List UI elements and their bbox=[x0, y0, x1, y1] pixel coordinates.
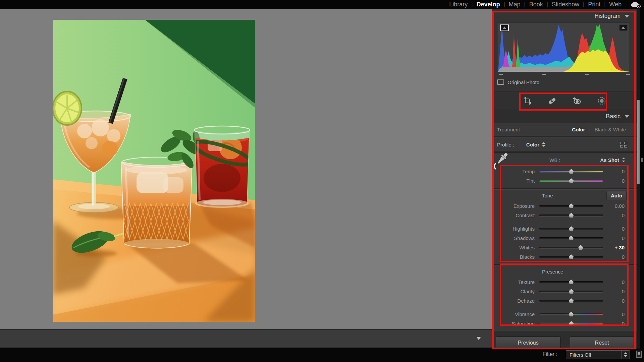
treatment-separator: | bbox=[585, 126, 594, 132]
slider-track-highlights[interactable] bbox=[539, 226, 603, 231]
slider-track-blacks[interactable] bbox=[539, 254, 603, 259]
treatment-color-option[interactable]: Color bbox=[572, 127, 585, 132]
slider-track-temp[interactable] bbox=[539, 169, 603, 174]
presence-heading: Presence bbox=[542, 269, 563, 275]
slider-track-vibrance[interactable] bbox=[539, 311, 603, 317]
shadow-clipping-toggle[interactable] bbox=[500, 24, 509, 31]
presence-sliders-vibrance: Vibrance0Saturation0 bbox=[492, 309, 637, 328]
panel-scrollbar-thumb[interactable] bbox=[637, 100, 640, 184]
panel-scrollbar[interactable] bbox=[637, 9, 640, 349]
histogram-title: Histogram bbox=[595, 13, 621, 19]
treatment-bw-option[interactable]: Black & White bbox=[595, 127, 637, 132]
histogram-panel: Histogram Original Photo bbox=[492, 9, 637, 92]
slider-track-shadows[interactable] bbox=[539, 235, 603, 241]
profile-row: Profile : Color bbox=[492, 137, 637, 152]
slider-label: Tint bbox=[492, 178, 539, 184]
treatment-row: Treatment : Color | Black & White bbox=[492, 123, 637, 136]
slider-track-whites[interactable] bbox=[539, 245, 603, 250]
histogram-ticks bbox=[498, 72, 630, 77]
red-eye-correction-icon[interactable] bbox=[571, 95, 583, 107]
tone-sliders-hswb: Highlights0Shadows0Whites+ 30Blacks0 bbox=[492, 224, 637, 261]
filmstrip-filter-switch-icon[interactable] bbox=[636, 351, 642, 358]
module-picker-bar: Library|Develop|Map|Book|Slideshow|Print… bbox=[0, 0, 644, 9]
toolbar-options-caret-icon[interactable] bbox=[476, 337, 481, 340]
wb-block: WB : As Shot Temp0Tint0 bbox=[492, 153, 637, 188]
slider-value: + 30 bbox=[603, 245, 637, 250]
slider-track-exposure[interactable] bbox=[539, 203, 603, 208]
highlight-clipping-toggle[interactable] bbox=[619, 24, 628, 31]
histogram-tick bbox=[626, 74, 630, 75]
histogram-header[interactable]: Histogram bbox=[492, 11, 637, 21]
slider-track-clarity[interactable] bbox=[539, 289, 603, 294]
filter-dropdown[interactable]: Filters Off bbox=[566, 350, 630, 359]
previous-button[interactable]: Previous bbox=[496, 337, 560, 349]
slider-thumb[interactable] bbox=[569, 226, 574, 231]
module-tab-map[interactable]: Map bbox=[505, 1, 524, 8]
slider-thumb[interactable] bbox=[569, 169, 574, 174]
slider-thumb[interactable] bbox=[569, 289, 574, 294]
slider-thumb[interactable] bbox=[569, 203, 574, 208]
filter-label: Filter : bbox=[525, 351, 557, 357]
slider-value: 0 bbox=[603, 235, 637, 241]
slider-value: 0.00 bbox=[603, 203, 637, 209]
slider-thumb[interactable] bbox=[569, 213, 574, 218]
right-panel: Histogram Original Photo bbox=[492, 9, 637, 349]
slider-label: Shadows bbox=[492, 235, 539, 241]
panel-collapse-caret-icon bbox=[625, 15, 629, 18]
profile-select[interactable]: Color bbox=[514, 142, 545, 147]
slider-track-dehaze[interactable] bbox=[539, 298, 603, 303]
slider-thumb[interactable] bbox=[578, 245, 583, 250]
healing-brush-icon[interactable] bbox=[546, 95, 558, 107]
crop-overlay-icon[interactable] bbox=[522, 95, 533, 107]
slider-row-clarity: Clarity0 bbox=[492, 287, 637, 296]
profile-browser-grid-icon[interactable] bbox=[620, 142, 627, 147]
tone-sliders-exposure-contrast: Exposure0.00Contrast0 bbox=[492, 201, 637, 220]
auto-tone-button[interactable]: Auto bbox=[606, 191, 627, 200]
slider-thumb[interactable] bbox=[569, 178, 574, 183]
module-tab-slideshow[interactable]: Slideshow bbox=[548, 1, 583, 8]
original-photo-checkbox[interactable] bbox=[497, 79, 504, 85]
module-tab-library[interactable]: Library bbox=[445, 1, 471, 8]
histogram-graph[interactable] bbox=[498, 22, 630, 72]
slider-thumb[interactable] bbox=[569, 312, 574, 316]
wb-eyedropper-icon[interactable] bbox=[492, 150, 511, 173]
slider-track-tint[interactable] bbox=[539, 178, 603, 183]
updown-arrows-icon bbox=[542, 142, 545, 147]
slider-track-fill bbox=[539, 247, 603, 248]
slider-row-texture: Texture0 bbox=[492, 277, 637, 287]
slider-thumb[interactable] bbox=[569, 254, 574, 259]
slider-value: 0 bbox=[603, 289, 637, 294]
module-tab-book[interactable]: Book bbox=[526, 1, 547, 8]
slider-track-saturation[interactable] bbox=[539, 321, 603, 326]
slider-value: 0 bbox=[603, 321, 637, 326]
slider-row-dehaze: Dehaze0 bbox=[492, 296, 637, 305]
reset-button[interactable]: Reset bbox=[570, 337, 634, 349]
slider-track-texture[interactable] bbox=[539, 279, 603, 285]
module-tab-print[interactable]: Print bbox=[584, 1, 604, 8]
slider-thumb[interactable] bbox=[569, 321, 574, 326]
slider-thumb[interactable] bbox=[569, 280, 574, 284]
tone-block: Tone Auto Exposure0.00Contrast0 Highligh… bbox=[492, 189, 637, 264]
histogram-tick bbox=[499, 74, 503, 75]
cloud-sync-paused-icon[interactable] bbox=[630, 1, 641, 9]
basic-panel-header[interactable]: Basic bbox=[492, 110, 637, 123]
slider-value: 0 bbox=[603, 298, 637, 304]
filter-dropdown-value: Filters Off bbox=[566, 352, 621, 358]
panel-button-row: Previous Reset bbox=[496, 337, 634, 349]
photo-canvas[interactable] bbox=[53, 20, 255, 322]
module-tab-develop[interactable]: Develop bbox=[473, 1, 503, 8]
panel-collapse-caret-icon bbox=[625, 115, 629, 118]
slider-value: 0 bbox=[603, 213, 637, 218]
wb-value: As Shot bbox=[600, 157, 619, 163]
slider-thumb[interactable] bbox=[569, 298, 574, 303]
slider-label: Blacks bbox=[492, 254, 539, 260]
panel-autohide-handle[interactable] bbox=[641, 158, 643, 162]
slider-thumb[interactable] bbox=[569, 236, 574, 240]
slider-value: 0 bbox=[603, 226, 637, 232]
module-tab-web[interactable]: Web bbox=[605, 1, 625, 8]
module-nav: Library|Develop|Map|Book|Slideshow|Print… bbox=[445, 1, 625, 8]
wb-select[interactable]: As Shot bbox=[600, 157, 637, 163]
slider-label: Vibrance bbox=[492, 311, 539, 317]
slider-track-contrast[interactable] bbox=[539, 213, 603, 218]
masking-icon[interactable] bbox=[596, 95, 607, 107]
